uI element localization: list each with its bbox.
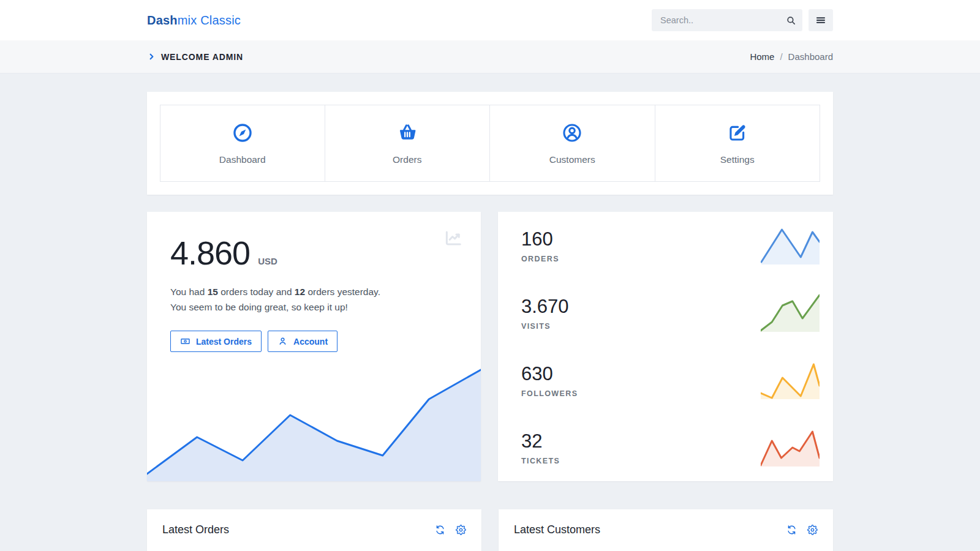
brand-logo-rest: mix Classic bbox=[178, 13, 241, 27]
gear-icon bbox=[807, 525, 818, 535]
settings-button[interactable] bbox=[807, 525, 818, 535]
earnings-message: You had 15 orders today and 12 orders ye… bbox=[170, 284, 396, 315]
menu-toggle-button[interactable] bbox=[809, 9, 833, 31]
compass-icon bbox=[232, 135, 253, 145]
refresh-icon bbox=[786, 525, 797, 535]
breadcrumb-home-link[interactable]: Home bbox=[750, 51, 774, 62]
earnings-amount: 4.860 bbox=[170, 234, 250, 272]
edit-icon bbox=[727, 135, 748, 145]
hamburger-icon bbox=[815, 15, 826, 26]
stat-card-followers[interactable]: 630 FOLLOWERS bbox=[498, 347, 833, 414]
chart-line-icon bbox=[444, 229, 462, 250]
stat-label: TICKETS bbox=[521, 457, 560, 465]
stat-value: 32 bbox=[521, 430, 560, 452]
stat-card-visits[interactable]: 3.670 VISITS bbox=[498, 279, 833, 347]
hero-bar: WELCOME ADMIN Home / Dashboard bbox=[0, 40, 980, 73]
latest-orders-button[interactable]: Latest Orders bbox=[170, 331, 262, 352]
tile-label: Dashboard bbox=[160, 154, 325, 165]
money-bill-icon bbox=[180, 336, 190, 347]
visits-sparkline-chart bbox=[761, 294, 820, 332]
followers-sparkline-chart bbox=[761, 361, 820, 399]
earnings-card: 4.860 USD You had 15 orders today and 12… bbox=[147, 212, 481, 481]
panel-title: Latest Customers bbox=[514, 523, 600, 536]
breadcrumb-separator: / bbox=[780, 51, 782, 62]
stat-value: 160 bbox=[521, 228, 559, 250]
settings-button[interactable] bbox=[456, 525, 466, 535]
breadcrumb-current: Dashboard bbox=[788, 51, 833, 62]
shopping-basket-icon bbox=[397, 135, 418, 145]
user-icon bbox=[277, 336, 288, 347]
stat-card-tickets[interactable]: 32 TICKETS bbox=[498, 414, 833, 481]
tile-label: Orders bbox=[325, 154, 490, 165]
latest-orders-panel: Latest Orders bbox=[147, 509, 481, 551]
user-circle-icon bbox=[562, 135, 582, 145]
stat-label: VISITS bbox=[521, 322, 569, 331]
quick-nav-card: Dashboard Orders bbox=[147, 92, 833, 195]
panel-title: Latest Orders bbox=[162, 523, 229, 536]
tile-label: Settings bbox=[655, 154, 820, 165]
brand-logo[interactable]: Dashmix Classic bbox=[147, 13, 241, 28]
tickets-sparkline-chart bbox=[761, 429, 820, 467]
stat-label: FOLLOWERS bbox=[521, 389, 578, 398]
earnings-area-chart bbox=[147, 365, 481, 481]
stat-card-orders[interactable]: 160 ORDERS bbox=[498, 212, 833, 279]
brand-logo-bold: Dash bbox=[147, 13, 178, 27]
tile-label: Customers bbox=[490, 154, 655, 165]
stat-value: 3.670 bbox=[521, 296, 569, 318]
stat-label: ORDERS bbox=[521, 255, 559, 263]
refresh-icon bbox=[435, 525, 445, 535]
chevron-right-icon bbox=[147, 52, 156, 61]
refresh-button[interactable] bbox=[786, 525, 797, 535]
latest-customers-panel: Latest Customers bbox=[499, 509, 833, 551]
gear-icon bbox=[456, 525, 466, 535]
account-button[interactable]: Account bbox=[268, 331, 337, 352]
top-header: Dashmix Classic bbox=[0, 0, 980, 40]
orders-sparkline-chart bbox=[761, 227, 820, 264]
tile-customers[interactable]: Customers bbox=[490, 105, 655, 182]
header-search bbox=[652, 9, 802, 31]
refresh-button[interactable] bbox=[435, 525, 445, 535]
breadcrumb: Home / Dashboard bbox=[750, 51, 833, 62]
tile-orders[interactable]: Orders bbox=[325, 105, 491, 182]
tile-dashboard[interactable]: Dashboard bbox=[160, 105, 325, 182]
page-title: WELCOME ADMIN bbox=[161, 52, 243, 62]
stat-value: 630 bbox=[521, 363, 578, 385]
search-icon bbox=[786, 15, 796, 26]
tile-settings[interactable]: Settings bbox=[655, 105, 821, 182]
search-button[interactable] bbox=[779, 9, 802, 31]
earnings-currency: USD bbox=[258, 256, 277, 266]
